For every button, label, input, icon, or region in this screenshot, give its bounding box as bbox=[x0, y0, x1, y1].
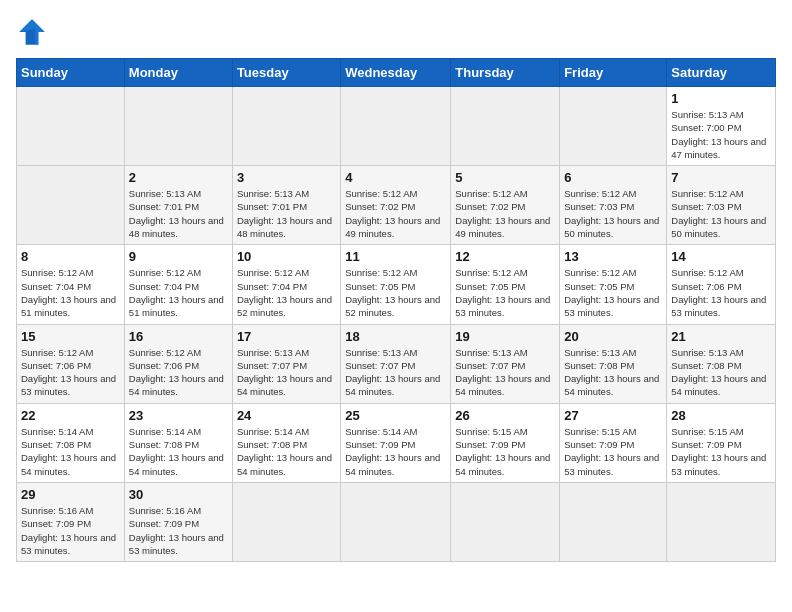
calendar-table: SundayMondayTuesdayWednesdayThursdayFrid… bbox=[16, 58, 776, 562]
calendar-cell: 13Sunrise: 5:12 AMSunset: 7:05 PMDayligh… bbox=[560, 245, 667, 324]
calendar-cell: 5Sunrise: 5:12 AMSunset: 7:02 PMDaylight… bbox=[451, 166, 560, 245]
day-number: 10 bbox=[237, 249, 336, 264]
day-of-week-header: Sunday bbox=[17, 59, 125, 87]
day-of-week-header: Monday bbox=[124, 59, 232, 87]
calendar-cell: 8Sunrise: 5:12 AMSunset: 7:04 PMDaylight… bbox=[17, 245, 125, 324]
day-info: Sunrise: 5:12 AMSunset: 7:02 PMDaylight:… bbox=[345, 187, 446, 240]
day-info: Sunrise: 5:13 AMSunset: 7:01 PMDaylight:… bbox=[129, 187, 228, 240]
day-number: 1 bbox=[671, 91, 771, 106]
calendar-cell: 20Sunrise: 5:13 AMSunset: 7:08 PMDayligh… bbox=[560, 324, 667, 403]
calendar-cell: 11Sunrise: 5:12 AMSunset: 7:05 PMDayligh… bbox=[341, 245, 451, 324]
calendar-cell-empty bbox=[560, 87, 667, 166]
day-info: Sunrise: 5:13 AMSunset: 7:08 PMDaylight:… bbox=[671, 346, 771, 399]
calendar-week-row: 2Sunrise: 5:13 AMSunset: 7:01 PMDaylight… bbox=[17, 166, 776, 245]
day-number: 24 bbox=[237, 408, 336, 423]
calendar-cell: 10Sunrise: 5:12 AMSunset: 7:04 PMDayligh… bbox=[232, 245, 340, 324]
day-info: Sunrise: 5:14 AMSunset: 7:08 PMDaylight:… bbox=[21, 425, 120, 478]
calendar-cell: 14Sunrise: 5:12 AMSunset: 7:06 PMDayligh… bbox=[667, 245, 776, 324]
calendar-cell: 3Sunrise: 5:13 AMSunset: 7:01 PMDaylight… bbox=[232, 166, 340, 245]
calendar-week-row: 29Sunrise: 5:16 AMSunset: 7:09 PMDayligh… bbox=[17, 482, 776, 561]
calendar-cell-empty bbox=[232, 482, 340, 561]
calendar-cell-empty bbox=[560, 482, 667, 561]
day-number: 18 bbox=[345, 329, 446, 344]
day-info: Sunrise: 5:12 AMSunset: 7:03 PMDaylight:… bbox=[564, 187, 662, 240]
logo-icon bbox=[16, 16, 48, 48]
day-of-week-header: Tuesday bbox=[232, 59, 340, 87]
calendar-cell: 25Sunrise: 5:14 AMSunset: 7:09 PMDayligh… bbox=[341, 403, 451, 482]
calendar-header-row: SundayMondayTuesdayWednesdayThursdayFrid… bbox=[17, 59, 776, 87]
day-info: Sunrise: 5:12 AMSunset: 7:05 PMDaylight:… bbox=[564, 266, 662, 319]
calendar-cell: 18Sunrise: 5:13 AMSunset: 7:07 PMDayligh… bbox=[341, 324, 451, 403]
day-info: Sunrise: 5:13 AMSunset: 7:00 PMDaylight:… bbox=[671, 108, 771, 161]
calendar-week-row: 22Sunrise: 5:14 AMSunset: 7:08 PMDayligh… bbox=[17, 403, 776, 482]
calendar-cell-empty bbox=[667, 482, 776, 561]
day-number: 27 bbox=[564, 408, 662, 423]
calendar-cell: 9Sunrise: 5:12 AMSunset: 7:04 PMDaylight… bbox=[124, 245, 232, 324]
day-number: 12 bbox=[455, 249, 555, 264]
calendar-cell: 15Sunrise: 5:12 AMSunset: 7:06 PMDayligh… bbox=[17, 324, 125, 403]
calendar-cell: 24Sunrise: 5:14 AMSunset: 7:08 PMDayligh… bbox=[232, 403, 340, 482]
day-number: 26 bbox=[455, 408, 555, 423]
day-of-week-header: Friday bbox=[560, 59, 667, 87]
day-of-week-header: Saturday bbox=[667, 59, 776, 87]
day-info: Sunrise: 5:12 AMSunset: 7:04 PMDaylight:… bbox=[129, 266, 228, 319]
calendar-cell: 30Sunrise: 5:16 AMSunset: 7:09 PMDayligh… bbox=[124, 482, 232, 561]
calendar-cell: 2Sunrise: 5:13 AMSunset: 7:01 PMDaylight… bbox=[124, 166, 232, 245]
calendar-week-row: 8Sunrise: 5:12 AMSunset: 7:04 PMDaylight… bbox=[17, 245, 776, 324]
calendar-cell-empty bbox=[17, 166, 125, 245]
day-info: Sunrise: 5:16 AMSunset: 7:09 PMDaylight:… bbox=[129, 504, 228, 557]
day-number: 17 bbox=[237, 329, 336, 344]
calendar-cell: 7Sunrise: 5:12 AMSunset: 7:03 PMDaylight… bbox=[667, 166, 776, 245]
calendar-cell: 16Sunrise: 5:12 AMSunset: 7:06 PMDayligh… bbox=[124, 324, 232, 403]
day-number: 9 bbox=[129, 249, 228, 264]
calendar-cell: 1Sunrise: 5:13 AMSunset: 7:00 PMDaylight… bbox=[667, 87, 776, 166]
calendar-cell: 22Sunrise: 5:14 AMSunset: 7:08 PMDayligh… bbox=[17, 403, 125, 482]
day-info: Sunrise: 5:12 AMSunset: 7:06 PMDaylight:… bbox=[129, 346, 228, 399]
day-info: Sunrise: 5:15 AMSunset: 7:09 PMDaylight:… bbox=[564, 425, 662, 478]
day-info: Sunrise: 5:13 AMSunset: 7:07 PMDaylight:… bbox=[455, 346, 555, 399]
day-info: Sunrise: 5:12 AMSunset: 7:05 PMDaylight:… bbox=[345, 266, 446, 319]
day-info: Sunrise: 5:13 AMSunset: 7:01 PMDaylight:… bbox=[237, 187, 336, 240]
day-of-week-header: Wednesday bbox=[341, 59, 451, 87]
calendar-cell-empty bbox=[124, 87, 232, 166]
day-number: 28 bbox=[671, 408, 771, 423]
logo bbox=[16, 16, 52, 48]
calendar-cell: 19Sunrise: 5:13 AMSunset: 7:07 PMDayligh… bbox=[451, 324, 560, 403]
day-number: 22 bbox=[21, 408, 120, 423]
day-number: 30 bbox=[129, 487, 228, 502]
day-number: 23 bbox=[129, 408, 228, 423]
day-info: Sunrise: 5:13 AMSunset: 7:07 PMDaylight:… bbox=[237, 346, 336, 399]
calendar-cell: 17Sunrise: 5:13 AMSunset: 7:07 PMDayligh… bbox=[232, 324, 340, 403]
day-number: 2 bbox=[129, 170, 228, 185]
calendar-cell: 26Sunrise: 5:15 AMSunset: 7:09 PMDayligh… bbox=[451, 403, 560, 482]
day-number: 21 bbox=[671, 329, 771, 344]
calendar-cell-empty bbox=[341, 482, 451, 561]
day-info: Sunrise: 5:14 AMSunset: 7:09 PMDaylight:… bbox=[345, 425, 446, 478]
day-info: Sunrise: 5:15 AMSunset: 7:09 PMDaylight:… bbox=[671, 425, 771, 478]
day-info: Sunrise: 5:12 AMSunset: 7:05 PMDaylight:… bbox=[455, 266, 555, 319]
calendar-week-row: 15Sunrise: 5:12 AMSunset: 7:06 PMDayligh… bbox=[17, 324, 776, 403]
day-number: 6 bbox=[564, 170, 662, 185]
day-info: Sunrise: 5:14 AMSunset: 7:08 PMDaylight:… bbox=[129, 425, 228, 478]
day-number: 19 bbox=[455, 329, 555, 344]
calendar-week-row: 1Sunrise: 5:13 AMSunset: 7:00 PMDaylight… bbox=[17, 87, 776, 166]
day-number: 25 bbox=[345, 408, 446, 423]
calendar-cell-empty bbox=[341, 87, 451, 166]
calendar-cell: 28Sunrise: 5:15 AMSunset: 7:09 PMDayligh… bbox=[667, 403, 776, 482]
day-number: 13 bbox=[564, 249, 662, 264]
calendar-cell: 21Sunrise: 5:13 AMSunset: 7:08 PMDayligh… bbox=[667, 324, 776, 403]
day-number: 8 bbox=[21, 249, 120, 264]
day-number: 7 bbox=[671, 170, 771, 185]
day-info: Sunrise: 5:12 AMSunset: 7:06 PMDaylight:… bbox=[671, 266, 771, 319]
day-number: 4 bbox=[345, 170, 446, 185]
day-number: 14 bbox=[671, 249, 771, 264]
day-number: 16 bbox=[129, 329, 228, 344]
day-number: 3 bbox=[237, 170, 336, 185]
calendar-cell: 6Sunrise: 5:12 AMSunset: 7:03 PMDaylight… bbox=[560, 166, 667, 245]
calendar-cell: 12Sunrise: 5:12 AMSunset: 7:05 PMDayligh… bbox=[451, 245, 560, 324]
day-number: 15 bbox=[21, 329, 120, 344]
day-info: Sunrise: 5:12 AMSunset: 7:04 PMDaylight:… bbox=[21, 266, 120, 319]
day-info: Sunrise: 5:12 AMSunset: 7:03 PMDaylight:… bbox=[671, 187, 771, 240]
day-info: Sunrise: 5:12 AMSunset: 7:04 PMDaylight:… bbox=[237, 266, 336, 319]
day-info: Sunrise: 5:16 AMSunset: 7:09 PMDaylight:… bbox=[21, 504, 120, 557]
